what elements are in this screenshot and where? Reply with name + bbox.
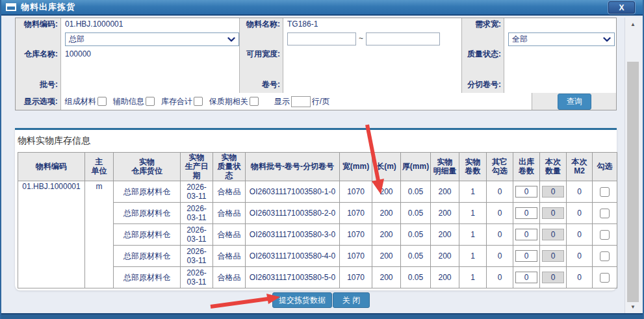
material-code-label: 物料编码: <box>16 18 61 31</box>
cell-length: 200 <box>372 203 401 224</box>
cell-length: 200 <box>372 267 401 288</box>
submit-picking-button[interactable]: 提交拣货数据 <box>272 292 332 308</box>
option-auxiliary-info-checkbox[interactable] <box>146 97 155 106</box>
option-compose-material-checkbox[interactable] <box>97 97 107 106</box>
cell-other-check: 0 <box>487 181 513 203</box>
slit-roll-value[interactable] <box>504 77 616 93</box>
out-rolls-input[interactable] <box>515 250 537 262</box>
batch-value[interactable] <box>61 77 240 93</box>
query-button[interactable]: 查询 <box>558 94 591 110</box>
cell-location: 总部原材料仓 <box>114 181 181 203</box>
cell-location: 总部原材料仓 <box>114 203 181 224</box>
cell-length: 200 <box>372 246 401 267</box>
col-detail-qty: 实物 明细量 <box>431 153 459 181</box>
cell-thickness: 0.05 <box>401 181 431 203</box>
cell-quality: 合格品 <box>213 224 246 246</box>
out-rolls-input[interactable] <box>515 229 537 240</box>
cell-batch-no: OI260311171003580-3-0 <box>246 224 340 246</box>
cell-other-check: 0 <box>487 224 513 246</box>
scrollbar-thumb[interactable] <box>627 62 639 302</box>
cell-other-check: 0 <box>487 203 513 224</box>
table-header-row: 物料编码 主 单位 实物 仓库货位 实物 生产日期 实物 质量状态 物料批号-卷… <box>18 153 617 181</box>
col-quality-status: 实物 质量状态 <box>213 153 246 181</box>
cell-material-code: 01.HBJ.1000001 <box>18 181 85 288</box>
warehouse-label: 仓库名称: <box>16 31 61 77</box>
cell-other-check: 0 <box>487 246 513 267</box>
cell-prod-date: 2026-03-11 <box>181 181 213 203</box>
red-arrow-right-icon <box>211 294 280 307</box>
roll-label: 卷号: <box>240 77 283 93</box>
cell-width: 1070 <box>340 203 372 224</box>
cell-other-check: 0 <box>487 267 513 288</box>
close-button[interactable]: 关 闭 <box>333 292 370 308</box>
material-name-value: TG186-1 <box>283 18 462 31</box>
scroll-down-icon[interactable]: ▼ <box>625 301 641 312</box>
inventory-table: 物料编码 主 单位 实物 仓库货位 实物 生产日期 实物 质量状态 物料批号-卷… <box>18 152 617 288</box>
cell-thickness: 0.05 <box>401 267 431 288</box>
option-stock-total-checkbox[interactable] <box>194 97 203 106</box>
quality-status-select[interactable]: 全部 <box>508 32 615 46</box>
cell-width: 1070 <box>340 181 372 203</box>
row-select-checkbox[interactable] <box>600 251 610 261</box>
available-width-min-input[interactable] <box>287 32 356 45</box>
rows-per-page-prefix: 显示 <box>274 96 290 107</box>
this-qty-input <box>542 229 564 240</box>
out-rolls-input[interactable] <box>515 207 537 219</box>
inventory-section-title: 物料实物库存信息 <box>18 135 90 147</box>
col-roll-count: 实物 卷数 <box>459 153 487 181</box>
cell-roll-count: 1 <box>459 267 487 288</box>
cell-detail-qty: 200 <box>431 203 459 224</box>
cell-width: 1070 <box>340 267 372 288</box>
option-shelf-life-checkbox[interactable] <box>250 97 259 106</box>
cell-location: 总部原材料仓 <box>114 267 181 288</box>
row-select-checkbox[interactable] <box>600 273 610 283</box>
col-length-m: 长(m) <box>372 153 401 181</box>
this-qty-input <box>542 186 564 198</box>
warehouse-select-value: 总部 <box>69 34 227 45</box>
cell-quality: 合格品 <box>213 203 246 224</box>
demand-width-value <box>504 18 616 31</box>
warehouse-select[interactable]: 总部 <box>65 32 239 46</box>
col-out-rolls: 出库 卷数 <box>513 153 540 181</box>
cell-thickness: 0.05 <box>401 246 431 267</box>
out-rolls-input[interactable] <box>515 186 537 198</box>
roll-value[interactable] <box>283 77 462 93</box>
quality-status-label: 质量状态: <box>462 31 504 77</box>
cell-length: 200 <box>372 181 401 203</box>
cell-location: 总部原材料仓 <box>114 224 181 246</box>
this-qty-input <box>542 207 564 219</box>
row-select-checkbox[interactable] <box>600 230 610 240</box>
material-outbound-picking-dialog: 物料出库拣货 X 物料编码: 01.HBJ.1000001 物料名称: TG18… <box>0 0 644 319</box>
option-stock-total-label: 库存合计 <box>161 96 192 107</box>
cell-quality: 合格品 <box>213 267 246 288</box>
out-rolls-input[interactable] <box>515 272 537 283</box>
cell-detail-qty: 200 <box>431 224 459 246</box>
col-prod-date: 实物 生产日期 <box>181 153 213 181</box>
material-code-value: 01.HBJ.1000001 <box>61 18 240 31</box>
col-thickness-mm: 厚(mm) <box>401 153 431 181</box>
dialog-bottom-edge <box>1 313 643 319</box>
rows-per-page-suffix: 行/页 <box>312 96 329 107</box>
vertical-scrollbar[interactable]: ▲ ▼ <box>625 18 641 313</box>
close-icon[interactable]: X <box>608 1 635 14</box>
row-select-checkbox[interactable] <box>600 209 610 218</box>
cell-roll-count: 1 <box>459 181 487 203</box>
material-name-label: 物料名称: <box>240 18 283 31</box>
table-row: 01.HBJ.1000001 m 总部原材料仓 2026-03-11 合格品 O… <box>18 181 617 203</box>
option-compose-material-label: 组成材料 <box>65 96 96 107</box>
rows-per-page-input[interactable] <box>291 96 311 107</box>
scroll-up-icon[interactable]: ▲ <box>625 19 641 29</box>
warehouse-code-value: 100000 <box>65 49 239 58</box>
cell-detail-qty: 200 <box>431 181 459 203</box>
filter-form: 物料编码: 01.HBJ.1000001 物料名称: TG186-1 需求宽: … <box>15 18 617 110</box>
cell-quality: 合格品 <box>213 246 246 267</box>
option-auxiliary-info-label: 辅助信息 <box>113 96 144 107</box>
cell-roll-count: 1 <box>459 246 487 267</box>
slit-roll-label: 分切卷号: <box>462 77 504 93</box>
available-width-max-input[interactable] <box>366 32 440 45</box>
cell-length: 200 <box>372 224 401 246</box>
quality-status-select-value: 全部 <box>512 34 603 45</box>
cell-this-m2: 0 <box>567 246 593 267</box>
row-select-checkbox[interactable] <box>600 187 610 197</box>
cell-width: 1070 <box>340 224 372 246</box>
